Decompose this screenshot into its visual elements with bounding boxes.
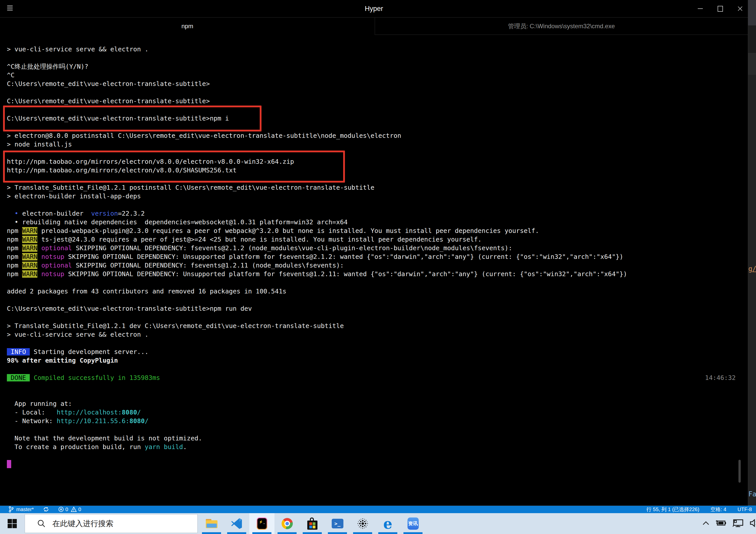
hyper-window: Hyper npm 管理员: C:\Windows\system32\cmd.e… (0, 0, 748, 505)
vscode-panel-band (748, 25, 756, 53)
terminal-line (7, 451, 748, 460)
tab-npm[interactable]: npm (0, 17, 375, 35)
edge-icon: e (383, 517, 392, 531)
terminal-line: > vue-cli-service serve && electron . (7, 45, 748, 54)
taskbar-app-hyper[interactable]: ⚡_ (249, 513, 275, 534)
terminal-line: C:\Users\remote_edit\vue-electron-transl… (7, 97, 748, 106)
taskbar-app-file-explorer[interactable] (199, 513, 224, 534)
terminal-line (7, 175, 748, 183)
tab-bar: npm 管理员: C:\Windows\system32\cmd.exe (0, 17, 748, 35)
title-bar: Hyper (0, 0, 748, 17)
terminal-line: > vue-cli-service serve && electron . (7, 330, 748, 339)
vscode-panel-band (748, 53, 756, 75)
vscode-file-fragment: Fa (748, 490, 756, 498)
running-indicator (403, 532, 422, 534)
battery-charging-icon[interactable] (715, 519, 726, 528)
running-indicator (278, 532, 297, 534)
taskbar-app-edge[interactable]: e (375, 513, 400, 534)
terminal-line: > electron@8.0.0 postinstall C:\Users\re… (7, 131, 748, 140)
terminal-line: > node install.js (7, 140, 748, 149)
terminal-line: > electron-builder install-app-deps (7, 192, 748, 200)
terminal-line (7, 279, 748, 287)
vscode-url-fragment: g/ (748, 265, 756, 273)
minimize-button[interactable] (697, 5, 704, 12)
running-indicator (252, 532, 271, 534)
start-button[interactable] (7, 518, 18, 529)
indentation[interactable]: 空格: 4 (711, 506, 726, 513)
terminal-line: C:\Users\remote_edit\vue-electron-transl… (7, 305, 748, 313)
terminal-line (7, 106, 748, 114)
terminal-line (7, 54, 748, 62)
terminal-line: npm WARN optional SKIPPING OPTIONAL DEPE… (7, 261, 748, 270)
terminal-line: To create a production build, run yarn b… (7, 443, 748, 451)
git-branch-icon (9, 506, 14, 513)
sync-icon[interactable] (43, 506, 49, 512)
vscode-background-window: g/ 2 Fa (748, 0, 756, 513)
terminal-line (7, 391, 748, 399)
terminal-line (7, 88, 748, 97)
tray-chevron-icon[interactable] (702, 521, 710, 527)
close-button[interactable] (737, 5, 743, 12)
terminal-line (7, 149, 748, 157)
taskbar: 在此键入进行搜索 ⚡_ (0, 513, 756, 534)
running-indicator (202, 532, 221, 534)
search-icon (37, 519, 46, 528)
git-branch-label[interactable]: master* (16, 507, 34, 512)
running-indicator (353, 532, 372, 534)
terminal-line: C:\Users\remote_edit\vue-electron-transl… (7, 114, 748, 123)
problems-errors[interactable]: 0 (58, 507, 68, 512)
terminal-line (7, 382, 748, 391)
hyper-icon: ⚡_ (256, 518, 267, 530)
terminal-line: INFO Starting development server... (7, 348, 748, 356)
vscode-status-bar: master* 0 0 行 55, 列 1 (已选择226) 空格: 4 UTF… (0, 505, 756, 513)
taskbar-app-powershell[interactable]: >_ (325, 513, 350, 534)
terminal-line: C:\Users\remote_edit\vue-electron-transl… (7, 80, 748, 88)
terminal-line: DONE Compiled successfully in 135983ms14… (7, 374, 748, 382)
terminal-line: npm WARN notsup SKIPPING OPTIONAL DEPEND… (7, 270, 748, 279)
terminal-line (7, 339, 748, 348)
error-icon (58, 507, 64, 512)
maximize-button[interactable] (717, 5, 723, 12)
terminal-line: 98% after emitting CopyPlugin (7, 356, 748, 365)
running-indicator (378, 532, 397, 534)
microsoft-store-icon (307, 521, 317, 530)
encoding[interactable]: UTF-8 (738, 507, 752, 512)
terminal-scrollbar[interactable] (739, 460, 741, 483)
news-app-icon: 资讯 (408, 518, 419, 530)
file-explorer-icon (206, 519, 218, 528)
terminal-line: App running at: (7, 399, 748, 408)
terminal-line (7, 365, 748, 374)
terminal-line (7, 123, 748, 131)
terminal-line: ^C (7, 71, 748, 80)
taskbar-app-vscode[interactable] (224, 513, 249, 534)
volume-icon[interactable] (749, 519, 756, 528)
problems-warnings[interactable]: 0 (71, 507, 81, 512)
taskbar-app-news[interactable]: 资讯 (400, 513, 425, 534)
terminal-line: Note that the development build is not o… (7, 434, 748, 443)
running-indicator (227, 532, 246, 534)
terminal-line (7, 460, 748, 468)
terminal-line (7, 313, 748, 322)
terminal[interactable]: > vue-cli-service serve && electron .^C终… (0, 35, 748, 505)
taskbar-app-microsoft-store[interactable] (300, 513, 325, 534)
window-title: Hyper (0, 0, 748, 17)
tab-cmd-admin[interactable]: 管理员: C:\Windows\system32\cmd.exe (375, 17, 748, 35)
network-display-icon[interactable] (732, 519, 744, 528)
windows-logo-icon (8, 519, 17, 528)
running-indicator (303, 532, 322, 534)
terminal-line: added 2 packages from 43 contributors an… (7, 287, 748, 296)
terminal-line: ^C终止批处理操作吗(Y/N)? (7, 62, 748, 71)
search-placeholder: 在此键入进行搜索 (52, 519, 114, 529)
taskbar-app-chrome[interactable] (275, 513, 300, 534)
taskbar-app-dotted[interactable] (350, 513, 375, 534)
taskbar-search-input[interactable]: 在此键入进行搜索 (25, 514, 198, 533)
terminal-line: http://npm.taobao.org/mirrors/electron/v… (7, 157, 748, 166)
dotted-circle-app-icon (357, 518, 369, 530)
terminal-line: • electron-builder version=22.3.2 (7, 209, 748, 218)
cursor-position[interactable]: 行 55, 列 1 (已选择226) (646, 506, 699, 513)
powershell-icon: >_ (332, 519, 343, 528)
terminal-line: > Translate_Subtitle_File@1.2.1 postinst… (7, 183, 748, 192)
terminal-line (7, 425, 748, 434)
terminal-line: npm WARN preload-webpack-plugin@2.3.0 re… (7, 227, 748, 235)
vscode-icon (231, 518, 243, 529)
